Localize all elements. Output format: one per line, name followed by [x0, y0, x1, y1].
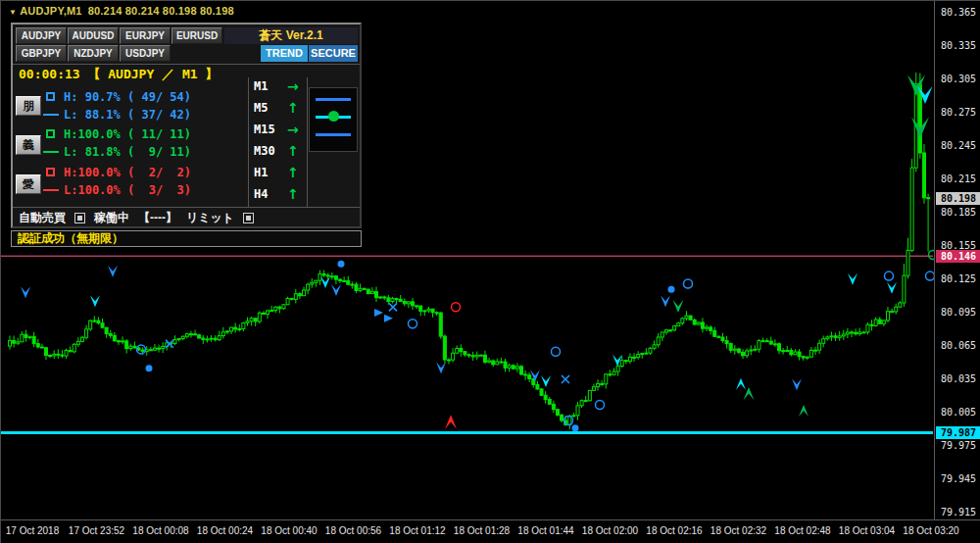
stat-row: H:100.0% ( 11/ 11)	[13, 126, 248, 142]
signal-arrow-down-icon	[673, 300, 684, 313]
signal-flag-icon	[374, 309, 383, 317]
signal-circle-icon	[885, 272, 894, 280]
signal-arrow-down-icon	[661, 295, 670, 307]
signal-arrow-down-icon	[848, 273, 858, 285]
signal-arrow-up-icon	[445, 415, 457, 428]
signal-dot-icon	[572, 424, 579, 431]
level-price-tag: 80.146	[936, 250, 980, 263]
panel-divider	[248, 77, 249, 207]
timeframe-row-m5: M5↑	[254, 99, 305, 119]
stat-line-icon	[43, 189, 59, 191]
symbol-menu-icon[interactable]: ▼	[9, 8, 17, 17]
price-axis-label: 80.005	[941, 407, 976, 418]
trend-arrow-icon: ↑	[287, 100, 299, 116]
price-axis-label: 79.975	[941, 440, 976, 451]
pair-button-eurjpy[interactable]: EURJPY	[120, 27, 171, 44]
time-axis-label: 18 Oct 02:16	[646, 525, 702, 536]
countdown-timer: 00:00:13 【 AUDJPY ／ M1 】	[19, 66, 218, 83]
signal-arrow-down-icon	[792, 378, 802, 390]
tab-trend[interactable]: TREND	[261, 45, 308, 62]
time-axis-label: 18 Oct 02:48	[774, 525, 830, 536]
pair-button-eurusd[interactable]: EURUSD	[172, 27, 222, 44]
stat-row: H: 90.7% ( 49/ 54)	[13, 89, 248, 105]
trend-arrow-icon: ↑	[287, 186, 299, 202]
stat-text: H:100.0% ( 11/ 11)	[64, 127, 191, 141]
chart-title: ▼AUDJPY,M180.214 80.214 80.198 80.198	[9, 5, 234, 17]
signal-x-icon	[389, 303, 397, 311]
price-axis-label: 80.215	[941, 173, 976, 184]
signal-circle-icon	[552, 347, 561, 356]
auto-trade-label: 自動売買	[19, 210, 66, 226]
time-axis-label: 18 Oct 00:24	[197, 525, 253, 536]
signal-x-icon	[562, 375, 569, 383]
stat-text: H:100.0% ( 2/ 2)	[64, 166, 191, 179]
running-value: 【----】	[138, 210, 177, 226]
signal-flag-icon	[384, 315, 393, 322]
time-axis-label: 17 Oct 23:52	[69, 525, 124, 536]
timeframe-label: M15	[254, 123, 275, 136]
stat-row: L:100.0% ( 3/ 3)	[13, 182, 248, 198]
signal-arrow-down-icon	[21, 286, 30, 298]
price-axis-label: 80.035	[941, 373, 976, 384]
trend-arrow-icon: ↑	[287, 165, 299, 180]
chart-ohlc-quotes: 80.214 80.214 80.198 80.198	[88, 5, 234, 17]
timeframe-label: M1	[254, 79, 268, 93]
price-axis-label: 80.275	[941, 107, 976, 118]
auth-status: 認証成功（無期限）	[11, 230, 362, 247]
panel-footer: 自動売買 稼働中 【----】 リミット	[19, 210, 358, 226]
time-axis-label: 18 Oct 02:00	[582, 525, 638, 536]
indicator-brand-label: 蒼天 Ver.2.1	[224, 27, 358, 44]
time-axis: 17 Oct 201817 Oct 23:5218 Oct 00:0818 Oc…	[1, 519, 980, 543]
souten-indicator-panel: 蒼天 Ver.2.1 TREND SECURE 00:00:13 【 AUDJP…	[11, 23, 362, 228]
signal-arrow-down-icon	[541, 375, 551, 387]
stat-text: H: 90.7% ( 49/ 54)	[64, 90, 191, 104]
stat-line-icon	[43, 151, 59, 153]
timeframe-label: H1	[254, 166, 268, 179]
timeframe-label: M5	[254, 101, 268, 115]
trend-arrow-icon: ↑	[287, 143, 299, 159]
price-axis-label: 80.335	[941, 40, 976, 51]
pair-button-nzdjpy[interactable]: NZDJPY	[68, 45, 119, 62]
signal-arrow-down-icon	[108, 266, 118, 277]
signal-arrow-down-icon	[320, 276, 330, 288]
signal-arrow-down-icon	[90, 295, 100, 307]
auto-trade-checkbox[interactable]	[74, 213, 85, 223]
pair-button-gbpjpy[interactable]: GBPJPY	[16, 45, 67, 62]
price-axis-label: 80.365	[941, 7, 976, 18]
signal-arrow-up-icon	[736, 378, 746, 390]
limit-checkbox[interactable]	[243, 213, 254, 223]
gauge-bar	[316, 133, 351, 136]
bid-price-tag: 80.198	[936, 192, 980, 205]
pair-button-audjpy[interactable]: AUDJPY	[16, 27, 67, 44]
stat-text: L:100.0% ( 3/ 3)	[64, 183, 191, 197]
timeframe-label: H4	[254, 187, 268, 201]
pair-button-usdjpy[interactable]: USDJPY	[120, 45, 171, 62]
stat-square-icon	[46, 168, 55, 176]
level-price-tag: 79.987	[936, 426, 980, 439]
time-axis-label: 18 Oct 01:44	[517, 525, 573, 536]
timeframe-row-m15: M15→	[254, 121, 305, 140]
price-axis-label: 79.915	[941, 507, 976, 518]
panel-divider	[307, 77, 308, 207]
pair-button-audusd[interactable]: AUDUSD	[68, 27, 119, 44]
stat-row: L: 81.8% ( 9/ 11)	[13, 144, 248, 160]
stat-square-icon	[46, 92, 55, 101]
price-axis-label: 80.185	[941, 207, 976, 218]
trend-arrow-icon: →	[287, 78, 299, 94]
stat-row: H:100.0% ( 2/ 2)	[13, 165, 248, 180]
timeframe-row-m1: M1→	[254, 77, 305, 97]
tab-secure[interactable]: SECURE	[309, 45, 358, 62]
time-axis-label: 18 Oct 01:12	[389, 525, 445, 536]
signal-circle-icon	[596, 401, 605, 410]
time-axis-label: 18 Oct 02:32	[710, 525, 766, 536]
stat-row: L: 88.1% ( 37/ 42)	[13, 107, 248, 123]
signal-dot-icon	[668, 286, 675, 293]
timeframe-row-h4: H4↑	[254, 185, 305, 205]
price-axis: 80.36580.33580.30580.27580.24580.21580.1…	[934, 1, 980, 519]
stat-text: L: 81.8% ( 9/ 11)	[64, 145, 191, 159]
signal-circle-icon	[409, 320, 417, 328]
time-axis-label: 18 Oct 00:08	[132, 525, 188, 536]
panel-divider	[13, 64, 360, 65]
signal-dot-icon	[146, 365, 153, 371]
mt4-chart-window: ▼AUDJPY,M180.214 80.214 80.198 80.198 80…	[0, 0, 980, 543]
